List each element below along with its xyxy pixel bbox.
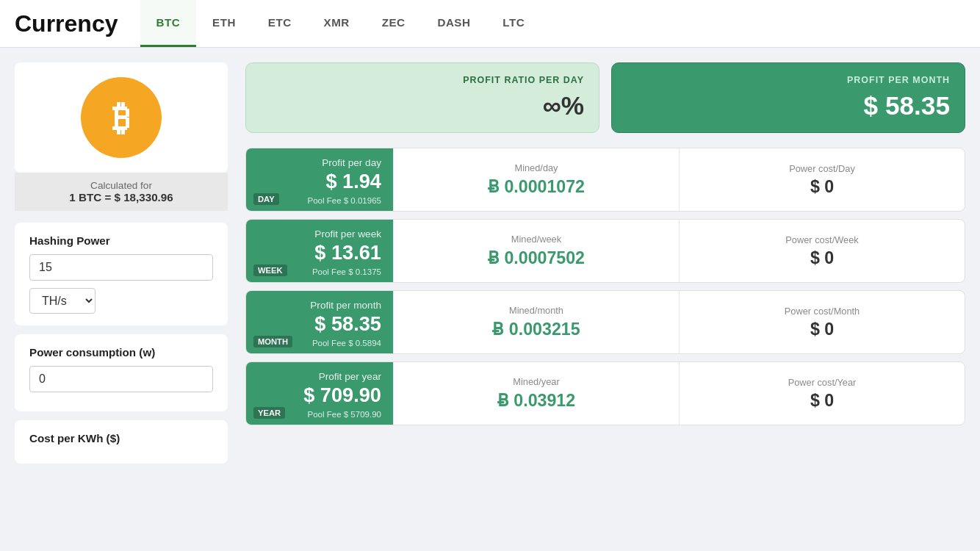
- currency-tab-dash[interactable]: DASH: [421, 0, 486, 47]
- left-panel: ₿ Calculated for 1 BTC = $ 18,330.96 Has…: [15, 62, 228, 464]
- period-label-0: Day: [253, 193, 279, 205]
- calculated-for-label: Calculated for: [26, 180, 216, 191]
- coin-icon: ₿: [81, 77, 162, 158]
- mined-cell-3: Mined/year Ƀ 0.03912: [393, 362, 679, 425]
- mined-value-3: Ƀ 0.03912: [408, 390, 664, 411]
- power-cell-0: Power cost/Day $ 0: [679, 148, 965, 211]
- app-header: Currency BTCETHETCXMRZECDASHLTC: [0, 0, 980, 48]
- period-label-3: Year: [253, 407, 285, 419]
- power-consumption-section: Power consumption (w): [15, 334, 228, 411]
- profit-value-1: $ 13.61: [258, 241, 381, 264]
- summary-day-value: ∞%: [261, 91, 584, 120]
- summary-cards: PROFIT RATIO PER DAY ∞% PROFIT PER MONTH…: [245, 62, 965, 133]
- summary-month-value: $ 58.35: [627, 91, 950, 120]
- summary-card-month: PROFIT PER MONTH $ 58.35: [611, 62, 965, 133]
- mined-value-1: Ƀ 0.0007502: [408, 248, 664, 268]
- mined-label-3: Mined/year: [408, 376, 664, 387]
- mined-label-0: Mined/day: [408, 162, 664, 173]
- profit-label-1: Profit per week: [258, 228, 381, 240]
- main-layout: ₿ Calculated for 1 BTC = $ 18,330.96 Has…: [0, 48, 980, 478]
- currency-tab-ltc[interactable]: LTC: [486, 0, 541, 47]
- cost-kwh-section: Cost per KWh ($): [15, 420, 228, 464]
- hashing-power-input[interactable]: [29, 254, 213, 281]
- power-label-1: Power cost/Week: [694, 234, 950, 245]
- bitcoin-symbol: ₿: [112, 98, 130, 138]
- data-row-left-week: Profit per week $ 13.61 Pool Fee $ 0.137…: [246, 220, 393, 282]
- calc-for-section: Calculated for 1 BTC = $ 18,330.96: [15, 173, 228, 211]
- currency-tab-btc[interactable]: BTC: [140, 0, 197, 47]
- data-row-month: Profit per month $ 58.35 Pool Fee $ 0.58…: [245, 290, 965, 354]
- data-row-left-day: Profit per day $ 1.94 Pool Fee $ 0.01965…: [246, 148, 393, 211]
- mined-value-0: Ƀ 0.0001072: [408, 176, 664, 197]
- period-label-1: Week: [253, 264, 287, 276]
- data-rows: Profit per day $ 1.94 Pool Fee $ 0.01965…: [245, 148, 965, 425]
- currency-tab-zec[interactable]: ZEC: [366, 0, 422, 47]
- mined-cell-0: Mined/day Ƀ 0.0001072: [393, 148, 679, 211]
- profit-label-3: Profit per year: [258, 371, 381, 382]
- data-row-left-month: Profit per month $ 58.35 Pool Fee $ 0.58…: [246, 291, 393, 353]
- hashing-power-label: Hashing Power: [29, 234, 213, 247]
- power-label-3: Power cost/Year: [694, 377, 950, 388]
- mined-cell-1: Mined/week Ƀ 0.0007502: [393, 220, 679, 282]
- hashing-power-section: Hashing Power TH/s GH/s MH/s KH/s: [15, 223, 228, 325]
- profit-value-0: $ 1.94: [258, 170, 381, 193]
- profit-value-2: $ 58.35: [258, 312, 381, 336]
- profit-value-3: $ 709.90: [258, 383, 381, 407]
- cost-kwh-label: Cost per KWh ($): [29, 432, 213, 444]
- power-value-1: $ 0: [694, 248, 950, 268]
- mined-value-2: Ƀ 0.003215: [408, 319, 664, 339]
- profit-label-2: Profit per month: [258, 300, 381, 311]
- power-value-2: $ 0: [694, 320, 950, 339]
- power-cell-3: Power cost/Year $ 0: [679, 362, 965, 425]
- summary-month-label: PROFIT PER MONTH: [627, 75, 950, 85]
- summary-day-label: PROFIT RATIO PER DAY: [261, 75, 584, 85]
- data-row-day: Profit per day $ 1.94 Pool Fee $ 0.01965…: [245, 148, 965, 212]
- coin-card: ₿: [15, 62, 228, 173]
- power-label-2: Power cost/Month: [694, 306, 950, 317]
- power-consumption-input[interactable]: [29, 366, 213, 392]
- mined-label-2: Mined/month: [408, 305, 664, 316]
- hashing-unit-select[interactable]: TH/s GH/s MH/s KH/s: [29, 288, 96, 314]
- period-label-2: Month: [253, 336, 292, 347]
- data-row-left-year: Profit per year $ 709.90 Pool Fee $ 5709…: [246, 362, 393, 425]
- profit-label-0: Profit per day: [258, 157, 381, 168]
- summary-card-day: PROFIT RATIO PER DAY ∞%: [245, 62, 599, 133]
- mined-label-1: Mined/week: [408, 234, 664, 245]
- power-label-0: Power cost/Day: [694, 163, 950, 174]
- currency-tab-eth[interactable]: ETH: [196, 0, 252, 47]
- data-row-year: Profit per year $ 709.90 Pool Fee $ 5709…: [245, 361, 965, 425]
- btc-price: 1 BTC = $ 18,330.96: [26, 191, 216, 204]
- power-cell-1: Power cost/Week $ 0: [679, 220, 965, 282]
- mined-cell-2: Mined/month Ƀ 0.003215: [393, 291, 679, 353]
- app-title: Currency: [15, 10, 118, 37]
- power-value-0: $ 0: [694, 177, 950, 197]
- data-row-week: Profit per week $ 13.61 Pool Fee $ 0.137…: [245, 219, 965, 283]
- currency-tabs: BTCETHETCXMRZECDASHLTC: [140, 0, 541, 47]
- right-panel: PROFIT RATIO PER DAY ∞% PROFIT PER MONTH…: [245, 62, 965, 464]
- power-cell-2: Power cost/Month $ 0: [679, 291, 965, 353]
- power-consumption-label: Power consumption (w): [29, 346, 213, 359]
- power-value-3: $ 0: [694, 391, 950, 411]
- currency-tab-etc[interactable]: ETC: [252, 0, 308, 47]
- currency-tab-xmr[interactable]: XMR: [308, 0, 366, 47]
